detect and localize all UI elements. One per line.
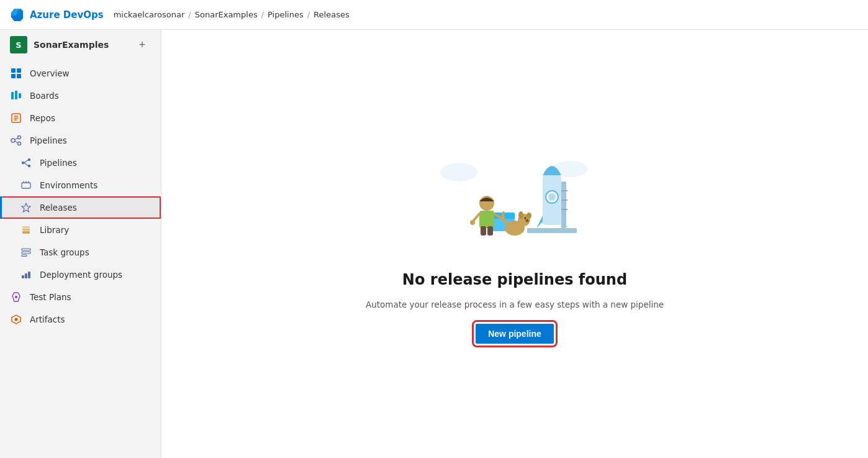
sidebar-item-repos[interactable]: Repos (0, 107, 161, 129)
empty-state-illustration (428, 144, 602, 256)
svg-rect-27 (22, 275, 24, 278)
svg-rect-29 (28, 272, 30, 278)
sidebar: S SonarExamples + Overview (0, 30, 161, 458)
logo-text: Azure DevOps (30, 9, 104, 21)
svg-line-15 (24, 160, 28, 163)
svg-point-36 (548, 193, 556, 201)
deployment-icon (20, 268, 32, 281)
sidebar-item-pipelines[interactable]: Pipelines (0, 152, 161, 174)
breadcrumb-pipelines[interactable]: Pipelines (268, 10, 304, 19)
logo-icon (10, 7, 25, 22)
repos-label: Repos (30, 113, 55, 123)
artifacts-icon (10, 313, 22, 326)
breadcrumb-sep-2: / (261, 10, 264, 19)
sidebar-item-pipelines-header[interactable]: Pipelines (0, 129, 161, 152)
svg-point-8 (18, 136, 21, 139)
svg-rect-41 (527, 228, 577, 233)
svg-point-7 (11, 139, 15, 142)
environments-icon (20, 179, 32, 191)
pipelines-header-label: Pipelines (30, 135, 67, 145)
svg-rect-4 (11, 92, 14, 99)
breadcrumb-org[interactable]: mickaelcarosonar (114, 10, 185, 19)
empty-state: No release pipelines found Automate your… (366, 144, 664, 343)
environments-label: Environments (40, 180, 97, 190)
sidebar-item-overview[interactable]: Overview (0, 62, 161, 85)
sidebar-item-library[interactable]: Library (0, 219, 161, 241)
azure-devops-logo[interactable]: Azure DevOps (10, 7, 104, 22)
svg-rect-26 (22, 255, 27, 257)
svg-line-11 (15, 141, 18, 143)
layout: S SonarExamples + Overview (0, 30, 868, 458)
svg-point-31 (15, 318, 18, 321)
svg-point-49 (525, 218, 527, 219)
svg-point-55 (500, 216, 505, 221)
svg-rect-21 (22, 231, 30, 234)
taskgroups-label: Task groups (40, 247, 89, 257)
svg-line-16 (24, 163, 28, 166)
sidebar-item-deployment[interactable]: Deployment groups (0, 263, 161, 286)
topbar: Azure DevOps mickaelcarosonar / SonarExa… (0, 0, 868, 30)
testplans-label: Test Plans (30, 292, 71, 302)
svg-rect-51 (479, 211, 494, 228)
svg-rect-13 (28, 158, 30, 161)
svg-point-47 (527, 213, 531, 219)
svg-line-10 (15, 138, 18, 140)
breadcrumb-project[interactable]: SonarExamples (195, 10, 258, 19)
empty-state-title: No release pipelines found (402, 271, 627, 288)
pipelines-icon (10, 134, 22, 147)
breadcrumb-sep-3: / (307, 10, 310, 19)
overview-icon (10, 67, 22, 80)
svg-point-48 (526, 219, 529, 222)
empty-state-description: Automate your release process in a few e… (366, 298, 664, 311)
sidebar-item-environments[interactable]: Environments (0, 174, 161, 196)
svg-rect-12 (22, 162, 24, 164)
pipelines-sub-icon (20, 157, 32, 169)
library-label: Library (40, 225, 69, 235)
svg-rect-25 (22, 252, 30, 254)
sidebar-item-testplans[interactable]: Test Plans (0, 286, 161, 308)
sidebar-item-taskgroups[interactable]: Task groups (0, 241, 161, 263)
releases-icon (20, 201, 32, 214)
add-project-button[interactable]: + (133, 36, 151, 53)
sidebar-nav: Overview Boards (0, 60, 161, 333)
svg-point-30 (15, 296, 17, 298)
svg-rect-1 (17, 68, 21, 73)
svg-point-32 (440, 163, 477, 181)
svg-rect-28 (25, 273, 27, 278)
deployment-label: Deployment groups (40, 270, 122, 280)
library-icon (20, 224, 32, 236)
svg-rect-57 (487, 226, 493, 236)
svg-rect-3 (17, 74, 21, 78)
svg-rect-24 (22, 249, 30, 250)
taskgroups-icon (20, 246, 32, 259)
svg-point-54 (470, 220, 475, 225)
boards-label: Boards (30, 91, 59, 101)
svg-point-9 (18, 142, 21, 145)
new-pipeline-button[interactable]: New pipeline (476, 324, 554, 344)
svg-point-46 (518, 211, 523, 219)
overview-label: Overview (30, 68, 70, 78)
svg-rect-22 (22, 229, 30, 231)
pipelines-sub-label: Pipelines (40, 158, 77, 168)
svg-rect-6 (19, 93, 21, 98)
sidebar-project[interactable]: S SonarExamples (10, 36, 109, 53)
svg-rect-5 (15, 91, 17, 99)
svg-rect-14 (28, 165, 30, 167)
sidebar-item-boards[interactable]: Boards (0, 85, 161, 107)
repos-icon (10, 112, 22, 124)
sidebar-item-releases[interactable]: Releases (0, 196, 161, 219)
svg-rect-37 (561, 181, 566, 228)
svg-rect-17 (22, 183, 30, 188)
project-name: SonarExamples (34, 40, 109, 50)
boards-icon (10, 89, 22, 102)
breadcrumb-sep-1: / (188, 10, 191, 19)
breadcrumb-releases: Releases (314, 10, 350, 19)
sidebar-item-artifacts[interactable]: Artifacts (0, 308, 161, 331)
main-content: No release pipelines found Automate your… (161, 30, 868, 458)
svg-rect-2 (11, 74, 16, 78)
svg-rect-0 (11, 68, 16, 73)
artifacts-label: Artifacts (30, 314, 65, 324)
breadcrumb: mickaelcarosonar / SonarExamples / Pipel… (114, 10, 350, 19)
testplans-icon (10, 291, 22, 303)
svg-rect-56 (481, 226, 486, 236)
